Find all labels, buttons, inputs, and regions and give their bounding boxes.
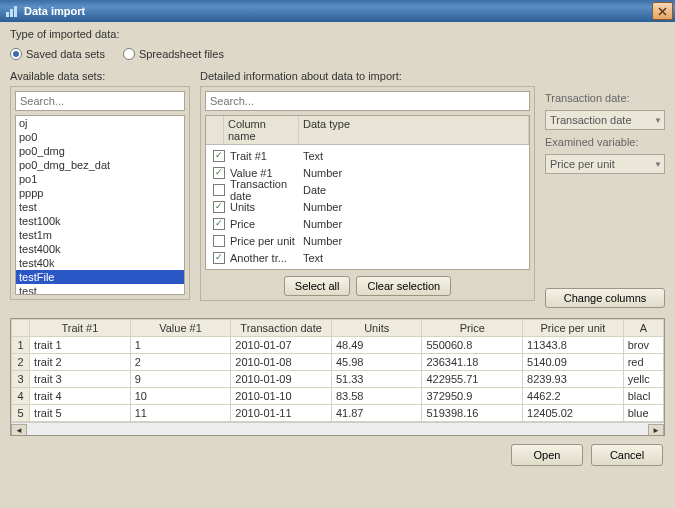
table-cell: brov (623, 337, 663, 354)
list-item[interactable]: po0_dmg_bez_dat (16, 158, 184, 172)
svg-rect-0 (6, 12, 9, 17)
column-name: Price per unit (228, 235, 303, 247)
select-all-button[interactable]: Select all (284, 276, 351, 296)
table-row[interactable]: 2trait 222010-01-0845.98236341.185140.09… (12, 354, 664, 371)
available-search-input[interactable] (15, 91, 185, 111)
window-title: Data import (24, 5, 85, 17)
radio-label: Spreadsheet files (139, 48, 224, 60)
table-header[interactable]: Value #1 (130, 320, 231, 337)
checkbox[interactable] (213, 184, 225, 196)
column-row[interactable]: Price per unitNumber (206, 232, 529, 249)
table-cell: trait 3 (30, 371, 131, 388)
column-type: Number (303, 218, 525, 230)
list-item[interactable]: test1m (16, 228, 184, 242)
checkbox[interactable] (213, 201, 225, 213)
horizontal-scrollbar[interactable]: ◄ ► (11, 422, 664, 436)
list-item[interactable]: testFile (16, 270, 184, 284)
list-item[interactable]: test_ (16, 284, 184, 295)
row-number: 2 (12, 354, 30, 371)
table-cell: 83.58 (331, 388, 422, 405)
list-item[interactable]: test (16, 200, 184, 214)
change-columns-button[interactable]: Change columns (545, 288, 665, 308)
details-search-input[interactable] (205, 91, 530, 111)
radio-saved-data-sets[interactable]: Saved data sets (10, 48, 105, 60)
table-cell: 372950.9 (422, 388, 523, 405)
table-header[interactable]: Trait #1 (30, 320, 131, 337)
column-name: Price (228, 218, 303, 230)
table-cell: 2010-01-11 (231, 405, 332, 422)
svg-rect-2 (14, 6, 17, 17)
radio-spreadsheet-files[interactable]: Spreadsheet files (123, 48, 224, 60)
table-header[interactable]: Price per unit (523, 320, 624, 337)
radio-icon (10, 48, 22, 60)
table-cell: 236341.18 (422, 354, 523, 371)
preview-table[interactable]: Trait #1Value #1Transaction dateUnitsPri… (10, 318, 665, 436)
table-cell: 5140.09 (523, 354, 624, 371)
checkbox[interactable] (213, 252, 225, 264)
column-row[interactable]: PriceNumber (206, 215, 529, 232)
dropdown-value: Price per unit (550, 158, 615, 170)
clear-selection-button[interactable]: Clear selection (356, 276, 451, 296)
list-item[interactable]: po0_dmg (16, 144, 184, 158)
available-sets-group: ojpo0po0_dmgpo0_dmg_bez_datpo1pppptestte… (10, 86, 190, 300)
column-row[interactable]: Trait #1Text (206, 147, 529, 164)
checkbox[interactable] (213, 235, 225, 247)
table-cell: 2010-01-09 (231, 371, 332, 388)
table-header[interactable]: Units (331, 320, 422, 337)
table-cell: 4462.2 (523, 388, 624, 405)
chevron-down-icon: ▼ (654, 160, 662, 169)
table-header[interactable] (12, 320, 30, 337)
table-cell: 41.87 (331, 405, 422, 422)
col-header-type[interactable]: Data type (299, 116, 529, 144)
table-cell: 12405.02 (523, 405, 624, 422)
table-header[interactable]: Price (422, 320, 523, 337)
table-cell: 422955.71 (422, 371, 523, 388)
close-button[interactable] (652, 2, 673, 20)
table-row[interactable]: 5trait 5112010-01-1141.87519398.1612405.… (12, 405, 664, 422)
scroll-right-icon[interactable]: ► (648, 424, 664, 437)
column-row[interactable]: Transaction dateDate (206, 181, 529, 198)
scroll-left-icon[interactable]: ◄ (11, 424, 27, 437)
column-type: Number (303, 235, 525, 247)
table-header[interactable]: Transaction date (231, 320, 332, 337)
table-row[interactable]: 3trait 392010-01-0951.33422955.718239.93… (12, 371, 664, 388)
cancel-button[interactable]: Cancel (591, 444, 663, 466)
table-cell: 519398.16 (422, 405, 523, 422)
available-sets-list[interactable]: ojpo0po0_dmgpo0_dmg_bez_datpo1pppptestte… (15, 115, 185, 295)
column-type: Date (303, 184, 525, 196)
transaction-date-dropdown[interactable]: Transaction date ▼ (545, 110, 665, 130)
list-item[interactable]: oj (16, 116, 184, 130)
examined-variable-dropdown[interactable]: Price per unit ▼ (545, 154, 665, 174)
details-group: Column name Data type Trait #1TextValue … (200, 86, 535, 301)
checkbox[interactable] (213, 167, 225, 179)
list-item[interactable]: po1 (16, 172, 184, 186)
list-item[interactable]: pppp (16, 186, 184, 200)
checkbox[interactable] (213, 218, 225, 230)
table-cell: 1 (130, 337, 231, 354)
table-header[interactable]: A (623, 320, 663, 337)
row-number: 3 (12, 371, 30, 388)
titlebar: Data import (0, 0, 675, 22)
table-cell: 2010-01-10 (231, 388, 332, 405)
column-row[interactable]: Another tr...Text (206, 249, 529, 266)
checkbox[interactable] (213, 150, 225, 162)
list-item[interactable]: po0 (16, 130, 184, 144)
details-label: Detailed information about data to impor… (200, 70, 535, 82)
chart-icon (5, 4, 19, 18)
table-row[interactable]: 1trait 112010-01-0748.49550060.811343.8b… (12, 337, 664, 354)
columns-list: Column name Data type Trait #1TextValue … (205, 115, 530, 270)
open-button[interactable]: Open (511, 444, 583, 466)
table-cell: yellc (623, 371, 663, 388)
import-type-label: Type of imported data: (10, 28, 665, 40)
table-cell: 8239.93 (523, 371, 624, 388)
transaction-date-label: Transaction date: (545, 92, 665, 104)
col-header-name[interactable]: Column name (224, 116, 299, 144)
table-cell: trait 1 (30, 337, 131, 354)
list-item[interactable]: test400k (16, 242, 184, 256)
list-item[interactable]: test40k (16, 256, 184, 270)
table-row[interactable]: 4trait 4102010-01-1083.58372950.94462.2b… (12, 388, 664, 405)
table-cell: trait 2 (30, 354, 131, 371)
list-item[interactable]: test100k (16, 214, 184, 228)
table-cell: 10 (130, 388, 231, 405)
column-row[interactable]: UnitsNumber (206, 198, 529, 215)
